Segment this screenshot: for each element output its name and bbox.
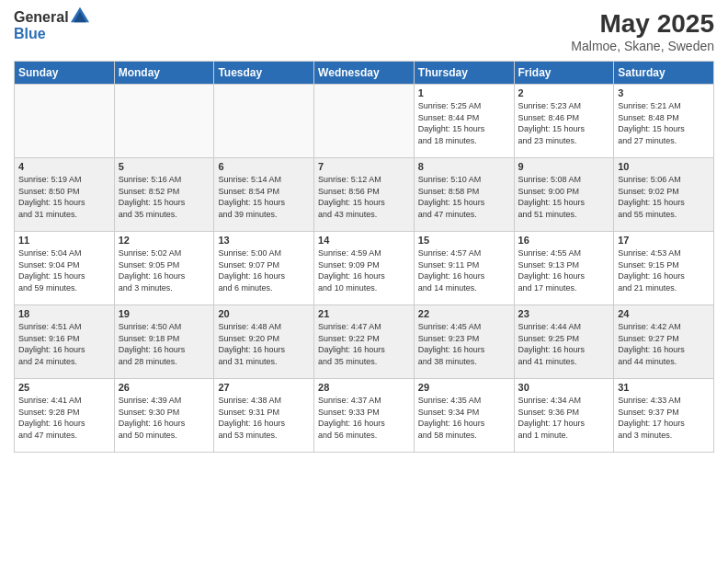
table-row: 8Sunrise: 5:10 AM Sunset: 8:58 PM Daylig… xyxy=(414,158,514,232)
header-saturday: Saturday xyxy=(614,62,714,85)
table-row: 11Sunrise: 5:04 AM Sunset: 9:04 PM Dayli… xyxy=(15,232,115,305)
day-info: Sunrise: 5:06 AM Sunset: 9:02 PM Dayligh… xyxy=(618,174,710,220)
day-info: Sunrise: 5:08 AM Sunset: 9:00 PM Dayligh… xyxy=(518,174,610,220)
table-row: 13Sunrise: 5:00 AM Sunset: 9:07 PM Dayli… xyxy=(214,232,314,305)
header-monday: Monday xyxy=(114,62,214,85)
header-wednesday: Wednesday xyxy=(314,62,415,85)
day-info: Sunrise: 4:33 AM Sunset: 9:37 PM Dayligh… xyxy=(618,395,710,441)
table-row: 23Sunrise: 4:44 AM Sunset: 9:25 PM Dayli… xyxy=(514,305,614,379)
table-row: 10Sunrise: 5:06 AM Sunset: 9:02 PM Dayli… xyxy=(614,158,714,232)
day-info: Sunrise: 5:00 AM Sunset: 9:07 PM Dayligh… xyxy=(218,247,310,293)
day-number: 13 xyxy=(218,235,310,246)
day-number: 15 xyxy=(418,235,510,246)
table-row: 2Sunrise: 5:23 AM Sunset: 8:46 PM Daylig… xyxy=(514,85,614,158)
day-info: Sunrise: 5:10 AM Sunset: 8:58 PM Dayligh… xyxy=(418,174,510,220)
day-info: Sunrise: 4:39 AM Sunset: 9:30 PM Dayligh… xyxy=(119,395,210,441)
day-info: Sunrise: 5:16 AM Sunset: 8:52 PM Dayligh… xyxy=(119,174,210,220)
table-row: 17Sunrise: 4:53 AM Sunset: 9:15 PM Dayli… xyxy=(614,232,714,305)
table-row: 18Sunrise: 4:51 AM Sunset: 9:16 PM Dayli… xyxy=(15,305,115,379)
table-row: 30Sunrise: 4:34 AM Sunset: 9:36 PM Dayli… xyxy=(514,379,614,453)
day-info: Sunrise: 5:02 AM Sunset: 9:05 PM Dayligh… xyxy=(119,247,210,293)
day-info: Sunrise: 5:12 AM Sunset: 8:56 PM Dayligh… xyxy=(318,174,410,220)
day-number: 25 xyxy=(18,382,110,393)
day-info: Sunrise: 4:37 AM Sunset: 9:33 PM Dayligh… xyxy=(318,395,410,441)
day-info: Sunrise: 5:23 AM Sunset: 8:46 PM Dayligh… xyxy=(518,100,610,146)
day-info: Sunrise: 4:48 AM Sunset: 9:20 PM Dayligh… xyxy=(218,321,310,367)
title-block: May 2025 Malmoe, Skane, Sweden xyxy=(571,9,714,53)
day-number: 6 xyxy=(218,161,310,172)
table-row: 28Sunrise: 4:37 AM Sunset: 9:33 PM Dayli… xyxy=(314,379,415,453)
logo-blue: Blue xyxy=(14,26,89,42)
day-info: Sunrise: 5:21 AM Sunset: 8:48 PM Dayligh… xyxy=(618,100,710,146)
table-row xyxy=(114,85,214,158)
day-info: Sunrise: 4:41 AM Sunset: 9:28 PM Dayligh… xyxy=(18,395,110,441)
day-info: Sunrise: 4:45 AM Sunset: 9:23 PM Dayligh… xyxy=(418,321,510,367)
day-info: Sunrise: 4:47 AM Sunset: 9:22 PM Dayligh… xyxy=(318,321,410,367)
table-row: 26Sunrise: 4:39 AM Sunset: 9:30 PM Dayli… xyxy=(114,379,214,453)
table-row: 21Sunrise: 4:47 AM Sunset: 9:22 PM Dayli… xyxy=(314,305,415,379)
table-row xyxy=(15,85,115,158)
location-subtitle: Malmoe, Skane, Sweden xyxy=(571,39,714,53)
day-info: Sunrise: 4:50 AM Sunset: 9:18 PM Dayligh… xyxy=(119,321,210,367)
day-number: 27 xyxy=(218,382,310,393)
day-info: Sunrise: 4:35 AM Sunset: 9:34 PM Dayligh… xyxy=(418,395,510,441)
day-number: 30 xyxy=(518,382,610,393)
day-number: 31 xyxy=(618,382,710,393)
day-info: Sunrise: 4:57 AM Sunset: 9:11 PM Dayligh… xyxy=(418,247,510,293)
day-info: Sunrise: 4:38 AM Sunset: 9:31 PM Dayligh… xyxy=(218,395,310,441)
day-info: Sunrise: 4:44 AM Sunset: 9:25 PM Dayligh… xyxy=(518,321,610,367)
table-row: 27Sunrise: 4:38 AM Sunset: 9:31 PM Dayli… xyxy=(214,379,314,453)
day-info: Sunrise: 4:55 AM Sunset: 9:13 PM Dayligh… xyxy=(518,247,610,293)
day-info: Sunrise: 5:25 AM Sunset: 8:44 PM Dayligh… xyxy=(418,100,510,146)
day-info: Sunrise: 5:14 AM Sunset: 8:54 PM Dayligh… xyxy=(218,174,310,220)
header-thursday: Thursday xyxy=(414,62,514,85)
table-row: 4Sunrise: 5:19 AM Sunset: 8:50 PM Daylig… xyxy=(15,158,115,232)
table-row: 22Sunrise: 4:45 AM Sunset: 9:23 PM Dayli… xyxy=(414,305,514,379)
day-number: 11 xyxy=(18,235,110,246)
table-row xyxy=(214,85,314,158)
table-row: 6Sunrise: 5:14 AM Sunset: 8:54 PM Daylig… xyxy=(214,158,314,232)
day-number: 14 xyxy=(318,235,410,246)
week-row-1: 4Sunrise: 5:19 AM Sunset: 8:50 PM Daylig… xyxy=(15,158,714,232)
day-number: 10 xyxy=(618,161,710,172)
logo: General Blue xyxy=(14,9,89,41)
day-number: 12 xyxy=(119,235,210,246)
calendar-table: Sunday Monday Tuesday Wednesday Thursday… xyxy=(14,61,714,453)
table-row: 16Sunrise: 4:55 AM Sunset: 9:13 PM Dayli… xyxy=(514,232,614,305)
table-row: 12Sunrise: 5:02 AM Sunset: 9:05 PM Dayli… xyxy=(114,232,214,305)
logo-general: General xyxy=(14,9,69,26)
day-number: 3 xyxy=(618,87,710,98)
day-number: 21 xyxy=(318,308,410,319)
day-number: 1 xyxy=(418,87,510,98)
month-title: May 2025 xyxy=(571,9,714,39)
table-row: 24Sunrise: 4:42 AM Sunset: 9:27 PM Dayli… xyxy=(614,305,714,379)
table-row: 3Sunrise: 5:21 AM Sunset: 8:48 PM Daylig… xyxy=(614,85,714,158)
day-info: Sunrise: 5:04 AM Sunset: 9:04 PM Dayligh… xyxy=(18,247,110,293)
week-row-4: 25Sunrise: 4:41 AM Sunset: 9:28 PM Dayli… xyxy=(15,379,714,453)
table-row: 7Sunrise: 5:12 AM Sunset: 8:56 PM Daylig… xyxy=(314,158,415,232)
day-number: 18 xyxy=(18,308,110,319)
header-tuesday: Tuesday xyxy=(214,62,314,85)
day-number: 2 xyxy=(518,87,610,98)
table-row: 5Sunrise: 5:16 AM Sunset: 8:52 PM Daylig… xyxy=(114,158,214,232)
day-number: 26 xyxy=(119,382,210,393)
header: General Blue May 2025 Malmoe, Skane, Swe… xyxy=(14,9,714,53)
day-number: 16 xyxy=(518,235,610,246)
week-row-0: 1Sunrise: 5:25 AM Sunset: 8:44 PM Daylig… xyxy=(15,85,714,158)
day-number: 17 xyxy=(618,235,710,246)
table-row: 19Sunrise: 4:50 AM Sunset: 9:18 PM Dayli… xyxy=(114,305,214,379)
table-row: 29Sunrise: 4:35 AM Sunset: 9:34 PM Dayli… xyxy=(414,379,514,453)
day-info: Sunrise: 4:59 AM Sunset: 9:09 PM Dayligh… xyxy=(318,247,410,293)
table-row: 9Sunrise: 5:08 AM Sunset: 9:00 PM Daylig… xyxy=(514,158,614,232)
table-row: 20Sunrise: 4:48 AM Sunset: 9:20 PM Dayli… xyxy=(214,305,314,379)
day-number: 9 xyxy=(518,161,610,172)
day-number: 29 xyxy=(418,382,510,393)
day-number: 22 xyxy=(418,308,510,319)
day-info: Sunrise: 4:34 AM Sunset: 9:36 PM Dayligh… xyxy=(518,395,610,441)
table-row: 14Sunrise: 4:59 AM Sunset: 9:09 PM Dayli… xyxy=(314,232,415,305)
day-number: 23 xyxy=(518,308,610,319)
table-row: 25Sunrise: 4:41 AM Sunset: 9:28 PM Dayli… xyxy=(15,379,115,453)
weekday-header-row: Sunday Monday Tuesday Wednesday Thursday… xyxy=(15,62,714,85)
day-info: Sunrise: 5:19 AM Sunset: 8:50 PM Dayligh… xyxy=(18,174,110,220)
header-sunday: Sunday xyxy=(15,62,115,85)
